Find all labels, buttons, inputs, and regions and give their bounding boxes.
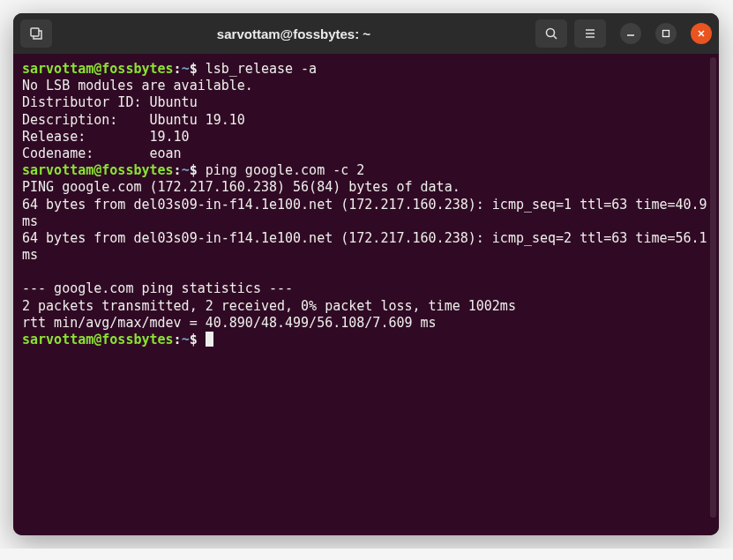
prompt-path: ~ xyxy=(182,332,190,347)
output-line: 64 bytes from del03s09-in-f14.1e100.net … xyxy=(22,230,715,263)
search-button[interactable] xyxy=(535,19,567,48)
output-line: 64 bytes from del03s09-in-f14.1e100.net … xyxy=(22,197,715,229)
output-line: Codename: eoan xyxy=(22,146,182,161)
output-line: Description: Ubuntu 19.10 xyxy=(22,112,245,128)
prompt-dollar: $ xyxy=(190,162,198,178)
output-line: --- google.com ping statistics --- xyxy=(22,280,293,296)
output-line: PING google.com (172.217.160.238) 56(84)… xyxy=(22,179,460,195)
prompt-dollar: $ xyxy=(190,61,198,77)
prompt-sep: : xyxy=(174,332,182,347)
maximize-icon xyxy=(662,29,670,38)
maximize-button[interactable] xyxy=(655,23,677,44)
svg-point-1 xyxy=(547,29,555,37)
close-button[interactable] xyxy=(691,23,712,44)
minimize-icon xyxy=(626,29,635,38)
output-line: rtt min/avg/max/mdev = 40.890/48.499/56.… xyxy=(22,315,437,331)
search-icon xyxy=(544,26,558,41)
command-2: ping google.com -c 2 xyxy=(206,162,365,178)
terminal-body[interactable]: sarvottam@fossbytes:~$ lsb_release -a No… xyxy=(13,54,719,535)
output-line: Release: 19.10 xyxy=(22,129,190,145)
output-line: Distributor ID: Ubuntu xyxy=(22,94,198,110)
prompt-path: ~ xyxy=(182,61,190,77)
close-icon xyxy=(697,29,706,38)
prompt-user: sarvottam@fossbytes xyxy=(22,61,174,77)
terminal-window: sarvottam@fossbytes: ~ xyxy=(13,13,719,535)
new-tab-icon xyxy=(29,26,43,41)
prompt-user: sarvottam@fossbytes xyxy=(22,162,174,178)
hamburger-icon xyxy=(583,26,597,41)
output-line: 2 packets transmitted, 2 received, 0% pa… xyxy=(22,298,516,314)
output-line: No LSB modules are available. xyxy=(22,78,253,93)
scrollbar[interactable] xyxy=(710,57,716,518)
titlebar: sarvottam@fossbytes: ~ xyxy=(13,13,719,54)
minimize-button[interactable] xyxy=(620,23,641,44)
svg-rect-7 xyxy=(663,31,669,37)
prompt-sep: : xyxy=(174,162,182,178)
prompt-path: ~ xyxy=(182,162,190,178)
window-title: sarvottam@fossbytes: ~ xyxy=(217,26,370,41)
prompt-user: sarvottam@fossbytes xyxy=(22,332,174,347)
prompt-sep: : xyxy=(174,61,182,77)
new-tab-button[interactable] xyxy=(20,19,52,48)
command-1: lsb_release -a xyxy=(206,61,317,77)
svg-rect-0 xyxy=(31,28,39,36)
cursor xyxy=(206,332,213,347)
menu-button[interactable] xyxy=(574,19,606,48)
prompt-dollar: $ xyxy=(190,332,198,347)
svg-line-2 xyxy=(554,36,557,40)
